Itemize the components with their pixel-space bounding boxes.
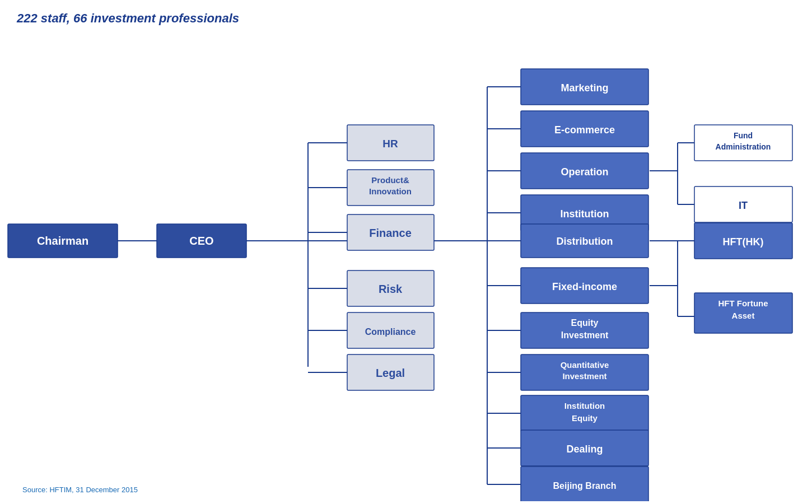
hft-fortune-asset-label2: Asset (732, 311, 755, 320)
quantitative-investment-label: Quantitative (561, 360, 609, 370)
hft-fortune-asset-label: HFT Fortune (718, 298, 768, 308)
fixed-income-label: Fixed-income (552, 281, 617, 292)
risk-label: Risk (379, 283, 403, 295)
compliance-label: Compliance (365, 327, 416, 337)
marketing-label: Marketing (561, 82, 608, 94)
product-innovation-label2: Innovation (369, 186, 412, 196)
ecommerce-label: E-commerce (554, 124, 615, 136)
org-chart: Chairman CEO HR Product& Innovation Fina… (0, 31, 812, 501)
operation-label: Operation (561, 166, 608, 178)
page-title: 222 staff, 66 investment professionals (17, 11, 795, 26)
legal-label: Legal (376, 367, 405, 379)
it-label: IT (739, 200, 748, 211)
institution-equity-label2: Equity (572, 413, 598, 423)
chairman-label: Chairman (37, 235, 88, 247)
equity-investment-label2: Investment (561, 330, 609, 340)
fund-administration-label2: Administration (716, 142, 771, 151)
product-innovation-label: Product& (371, 175, 409, 185)
institution-equity-label: Institution (564, 401, 605, 410)
ceo-label: CEO (189, 235, 213, 247)
beijing-branch-label: Beijing Branch (553, 481, 617, 491)
hr-label: HR (382, 138, 398, 150)
quantitative-investment-label2: Investment (562, 371, 606, 381)
finance-label: Finance (369, 227, 412, 239)
fund-administration-label: Fund (734, 131, 753, 140)
distribution-label: Distribution (557, 236, 613, 247)
hft-hk-label: HFT(HK) (723, 236, 764, 248)
institution-label: Institution (561, 208, 609, 220)
equity-investment-label: Equity (571, 318, 599, 328)
dealing-label: Dealing (566, 444, 603, 455)
